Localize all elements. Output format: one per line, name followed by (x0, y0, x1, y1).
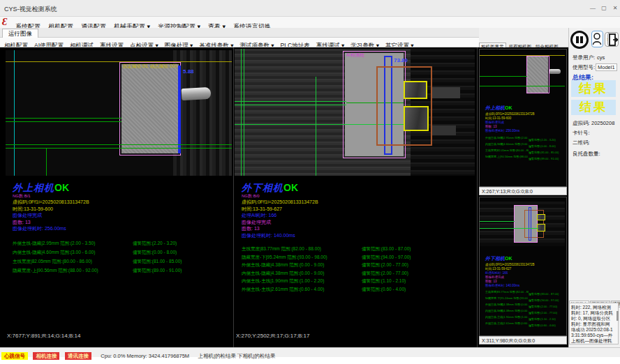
exit-icon (609, 33, 618, 46)
measure-value: 5.88 (183, 68, 194, 75)
mini-measurement-row: 外侧主线-主线|2.61mm 范围:(0.60 - 4.00)偏警范围:(0.6… (485, 321, 559, 328)
mini-measurement-row: 外侧主线-隐藏|2.95mm 范围:(2.00 - 3.50)偏警范围:(2.2… (485, 136, 559, 142)
proc-time-line: 图像处理耗时: 140.00ms (242, 232, 411, 239)
pin-number-label: 卡针号: (573, 130, 590, 137)
machine-background (173, 50, 232, 176)
camera-view-options: 相机图显示所有相机图组合相机图 (479, 38, 568, 47)
tab-run-image[interactable]: 运行图像 (2, 29, 38, 38)
maximize-icon[interactable]: ▢ (599, 4, 609, 13)
window-title: CYS-视觉检测系统 (4, 5, 57, 14)
time-line: 时间:13-31-59-600 (13, 206, 182, 213)
thumbnail-lower-camera[interactable]: 外下相机OK 虚拟码:0Ff1i=2025020813313472B 时间:13… (479, 197, 567, 336)
frames-line: 图数: 13 (13, 219, 182, 226)
mini-measurement-row: 主线宽度|83.77mm 范围:(82.00 - 88.00)偏警范围:(83.… (485, 290, 559, 296)
proc-time-line: 图像处理耗时: 256.00ms (13, 225, 182, 232)
frames-line: 图数: 13 (242, 225, 411, 232)
toolbar-item[interactable]: 其它设置 ▾ (385, 41, 414, 47)
toolbar-item[interactable]: 相机配置 (4, 41, 28, 47)
measurement-row: 主线宽度|82.05mm 范围:(80.00 - 86.00)偏警范围:(81.… (13, 257, 182, 266)
connector-pin (549, 69, 561, 74)
mini-measurement-row: 主线宽度|82.05mm 范围:(80.00 - 86.00)偏警范围:(81.… (485, 149, 559, 155)
detection-roi-box (119, 62, 181, 156)
model-label: 使用型号: (573, 64, 595, 71)
done-line: 图像处理完成 (13, 212, 182, 219)
mini-measurement-row: 内侧主线-隐藏|4.60mm 范围:(3.00 - 6.00)偏警范围:(0.0… (485, 142, 559, 149)
measure-line (480, 228, 538, 229)
cursor-coords-lower: X:270;Y:2502;R:17;G:17;B:17 (236, 333, 309, 339)
toolbar-item[interactable]: 相机调试 (70, 41, 94, 47)
measure-line (480, 76, 527, 77)
camera-view-upper[interactable]: 固定阈值:93, 动态阈值:100 5.88 (6, 50, 232, 176)
camera-status: OK (54, 182, 69, 193)
exit-button[interactable] (607, 32, 619, 47)
mini-measurement-row: 内侧主线-主线|1.90mm 范围:(1.00 - 2.20)偏警范围:(1.1… (485, 315, 559, 321)
camera-view-lower[interactable]: AI检测框 73.80 (235, 49, 475, 176)
measurement-row: 隐藏宽度-下|95.24mm 范围:(93.00 - 98.00)偏警范围:(9… (242, 253, 411, 261)
panel-divider (477, 47, 478, 347)
measurement-row: 内侧主线-隐藏|4.60mm 范围:(3.00 - 6.00)偏警范围:(0.0… (13, 248, 182, 257)
measure-line (6, 148, 232, 149)
measure-line (6, 118, 121, 119)
mini-measurement-row: 隐藏宽度-上|90.56mm 范围:(88.00 - 92.00)偏警范围:(8… (485, 155, 559, 161)
ai-box-label: AI检测框 (346, 52, 364, 59)
close-icon[interactable]: ✕ (610, 4, 620, 13)
result-box-upper: 结果 (571, 80, 616, 97)
threshold-overlay: 固定阈值:93, 动态阈值:100 (123, 63, 177, 70)
measure-line (6, 121, 121, 122)
time-line: 时间:13-31-59-627 (242, 206, 411, 213)
ai-time-line: 处理AI耗时: 166 (242, 212, 411, 219)
pause-icon (576, 36, 579, 43)
detection-roi-box (526, 56, 549, 93)
toolbar-item[interactable]: 图像处理 ▾ (165, 41, 193, 47)
measurement-row: 外侧主线-主线|2.61mm 范围:(0.60 - 4.00)偏警范围:(0.6… (242, 285, 411, 294)
overlay-yellow-line (6, 61, 232, 62)
app-logo-icon: Ɛ (2, 17, 13, 27)
toolbar-item[interactable]: 离线调试 ▾ (316, 41, 345, 47)
title-bar: CYS-视觉检测系统 — ▢ ✕ (0, 0, 620, 17)
pause-button[interactable] (570, 31, 589, 49)
measurement-row: 内侧主线-主线|1.90mm 范围:(1.00 - 2.20)偏警范围:(1.1… (242, 277, 411, 285)
toolbar-item[interactable]: 学习参数 ▾ (350, 41, 379, 47)
toolbar-item[interactable]: PLC地址表 (281, 41, 310, 47)
vcode-value: 20250208 (591, 120, 614, 126)
thumbnail-upper-coords: X:267;Y:13;R:0;G:0;B:0 (479, 187, 567, 195)
camera-results-readout: 上相机|的检结果 下相机|的检结果 (198, 351, 276, 361)
measure-line (480, 86, 565, 86)
thumbnail-lower-coords: X:311;Y:980;R:0;G:0;B:0 (479, 336, 567, 344)
mini-result-text: 外下相机OK 虚拟码:0Ff1i=2025020813313472B 时间:13… (485, 250, 559, 328)
terminal-roi-box (537, 214, 545, 220)
mini-measurement-row: 外侧主线-隐藏|4.38mm 范围:(0.00 - 9.00)偏警范围:(2.0… (485, 303, 559, 309)
minimize-icon[interactable]: — (588, 4, 598, 13)
thumbnail-upper-camera[interactable]: 外上相机OK 虚拟码:0Ff1i=2025020813313472B 时间:13… (479, 49, 567, 187)
cursor-coords-upper: X:7677;Y:891;R:14;G:14;B:14 (7, 333, 80, 339)
terminal-roi-box (404, 106, 429, 131)
toolbar-item[interactable]: AI使用配置 (34, 41, 64, 47)
mini-result-text: 外上相机OK 虚拟码:0Ff1i=2025020813313472B 时间:13… (485, 100, 559, 161)
measure-line (235, 105, 346, 105)
measure-bar (178, 66, 181, 153)
cpu-memory-readout: Cpu: 0.0% Memory: 3424.41796875M (101, 351, 189, 361)
barcode-line: 虚拟码:0Ff1i=2025020813313472B (13, 199, 182, 206)
measure-line (241, 49, 242, 176)
toolbar-item[interactable]: 测试项参数 ▾ (239, 41, 274, 47)
toolbar-item[interactable]: 点检设置 ▾ (130, 41, 158, 47)
overlay-yellow-line (480, 55, 565, 56)
ng-count: NG数:B/0 (242, 194, 411, 199)
machine-detail (432, 126, 456, 135)
toolbar-item[interactable]: 基准线参数 ▾ (199, 41, 233, 47)
qr-code-label: 二维码: (573, 139, 590, 146)
pause-icon (580, 36, 583, 43)
measure-bar (529, 207, 531, 241)
login-label: 登录用户: (573, 54, 595, 61)
measurement-rows: 主线宽度|83.77mm 范围:(82.00 - 88.00)偏警范围:(83.… (242, 245, 411, 293)
login-value: cys (597, 54, 605, 61)
connector-pin (182, 87, 212, 100)
camera-title: 外下相机 (242, 183, 283, 193)
measure-line (6, 144, 232, 145)
model-select[interactable]: Model1 (596, 63, 617, 71)
log-output[interactable]: 耗时: 222, 网络检测耗时: 17, 网络分类耗时: 0, 网络提取分区耗时… (569, 303, 619, 344)
overlay-vertical-line (14, 50, 15, 176)
log-scrollbar[interactable] (617, 311, 619, 321)
user-button[interactable] (591, 31, 603, 47)
toolbar-item[interactable]: 离线设置 (100, 41, 124, 47)
